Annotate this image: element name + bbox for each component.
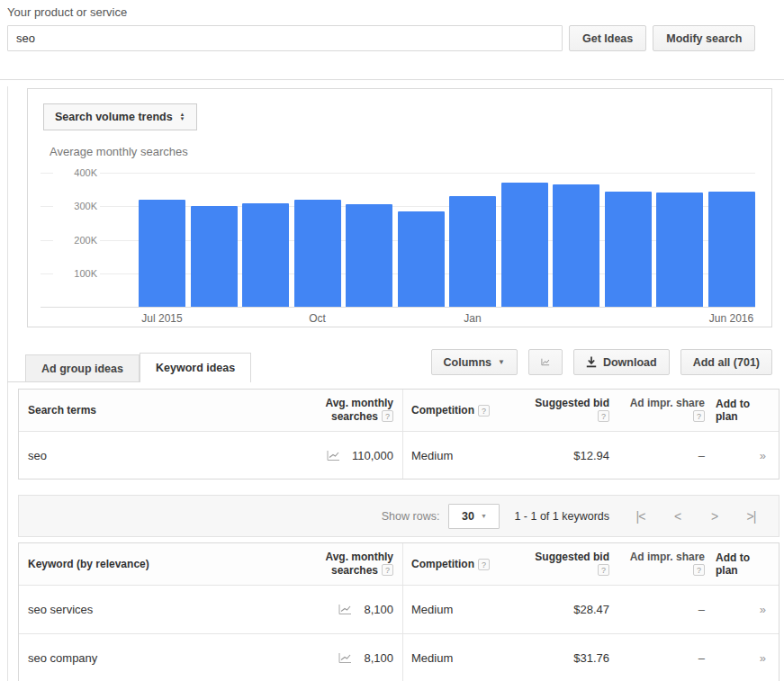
help-icon: ? [478,405,490,417]
chart-bar[interactable] [656,193,703,307]
col-header-add-to-plan: Add to plan [716,543,779,585]
chart-plot: 100K200K300K400K [41,166,761,308]
next-page-button[interactable]: > [696,509,733,524]
col-header-suggested-bid[interactable]: Suggested bid? [510,390,618,431]
avg-searches-cell: 8,100 [287,634,402,681]
ideas-tabs: Ad group ideas Keyword ideas [25,353,251,382]
show-rows-label: Show rows: [382,510,440,523]
suggested-bid-cell: $12.94 [510,432,618,479]
help-icon: ? [598,564,609,576]
trend-chart-icon[interactable] [338,604,352,615]
add-to-plan-cell: » [716,586,779,633]
keyword-ideas-header-row: Keyword (by relevance) Avg. monthly sear… [19,543,779,585]
help-icon: ? [478,559,490,570]
chart-view-button[interactable] [528,349,563,375]
tab-baseline [7,381,25,382]
x-axis-tick-label: Jul 2015 [141,312,182,325]
download-button[interactable]: Download [573,349,670,375]
col-header-suggested-bid[interactable]: Suggested bid? [510,543,618,585]
keyword-cell: seo company [19,634,287,681]
chart-bar[interactable] [139,200,185,307]
chart-x-axis: Jul 2015OctJanJun 2016 [41,312,761,327]
keyword-cell: seo services [19,586,287,633]
chart-bar[interactable] [398,211,445,307]
competition-cell: Medium [402,432,510,479]
product-service-label: Your product or service [7,5,127,19]
chart-bar[interactable] [449,196,496,307]
help-icon: ? [382,410,393,422]
col-header-keyword-by-relevance[interactable]: Keyword (by relevance) [19,543,287,585]
add-to-plan-icon[interactable]: » [760,449,767,462]
chart-bar[interactable] [294,200,341,307]
chart-bar[interactable] [553,184,599,307]
trend-chart-icon [541,355,550,369]
table-toolbar: Columns ▼ Download Add all (701) [431,349,772,375]
add-to-plan-icon[interactable]: » [760,603,767,616]
chart-bar[interactable] [191,206,238,307]
search-volume-panel: Search volume trends ▲▼ Average monthly … [27,88,772,327]
last-page-button[interactable]: >| [733,509,770,524]
tab-keyword-ideas[interactable]: Keyword ideas [140,353,251,382]
ad-impr-share-cell: – [618,586,716,633]
table-row: seo 110,000 Medium $12.94 – » [19,431,779,479]
trend-chart-icon[interactable] [338,652,352,664]
top-divider [0,79,784,80]
chart-subtitle: Average monthly searches [50,145,188,158]
chart-bar[interactable] [708,192,755,308]
columns-button[interactable]: Columns ▼ [431,349,518,375]
prev-page-button[interactable]: < [659,509,696,524]
col-header-avg-monthly-searches[interactable]: Avg. monthly searches? [287,390,402,431]
table-row: seo services 8,100 Medium $28.47 – » [19,585,779,633]
search-terms-header-row: Search terms Avg. monthly searches? Comp… [19,390,779,431]
col-header-search-terms[interactable]: Search terms [19,390,287,431]
search-volume-trends-label: Search volume trends [55,111,173,123]
y-axis-tick-label: 300K [53,200,100,212]
competition-cell: Medium [402,586,510,633]
chart-bar[interactable] [501,183,548,307]
add-to-plan-cell: » [716,432,779,479]
keyword-ideas-table: Keyword (by relevance) Avg. monthly sear… [18,542,779,681]
chart-gridline: 400K [41,173,755,174]
download-icon [586,356,597,368]
ad-impr-share-cell: – [618,634,716,681]
add-to-plan-icon[interactable]: » [760,651,767,665]
col-header-competition[interactable]: Competition? [402,390,510,431]
keyword-search-input[interactable] [7,25,563,51]
trend-chart-icon[interactable] [327,450,340,461]
sort-arrows-icon: ▲▼ [180,112,185,121]
col-header-competition[interactable]: Competition? [402,543,510,585]
rows-per-page-select[interactable]: 30 ▼ [448,504,500,529]
help-icon: ? [693,410,705,422]
help-icon: ? [382,564,393,576]
add-all-button[interactable]: Add all (701) [680,349,772,375]
first-page-button[interactable]: |< [622,509,659,524]
chart-bar[interactable] [346,204,392,307]
x-axis-tick-label: Jan [464,312,481,325]
modify-search-button[interactable]: Modify search [653,25,755,51]
col-header-avg-monthly-searches[interactable]: Avg. monthly searches? [287,543,402,585]
col-header-ad-impr-share[interactable]: Ad impr. share? [618,390,716,431]
col-header-add-to-plan: Add to plan [716,390,779,431]
col-header-ad-impr-share[interactable]: Ad impr. share? [618,543,716,585]
suggested-bid-cell: $31.76 [510,634,618,681]
search-volume-trends-dropdown[interactable]: Search volume trends ▲▼ [43,103,197,130]
x-axis-tick-label: Oct [309,312,326,325]
avg-searches-cell: 110,000 [287,432,402,479]
y-axis-tick-label: 400K [53,166,100,179]
chart-bar[interactable] [605,192,652,308]
pagination-bar: Show rows: 30 ▼ 1 - 1 of 1 keywords |< <… [18,495,779,537]
x-axis-tick-label: Jun 2016 [709,312,753,325]
suggested-bid-cell: $28.47 [510,586,618,633]
keyword-cell: seo [19,432,287,479]
tab-ad-group-ideas[interactable]: Ad group ideas [25,354,140,382]
help-icon: ? [598,410,609,422]
pagination-range-text: 1 - 1 of 1 keywords [514,510,609,523]
chart-bar[interactable] [242,203,289,307]
ad-impr-share-cell: – [618,432,716,479]
help-icon: ? [693,564,705,576]
table-row: seo company 8,100 Medium $31.76 – » [19,633,779,681]
search-terms-table: Search terms Avg. monthly searches? Comp… [18,389,779,479]
left-border-line [7,86,8,681]
get-ideas-button[interactable]: Get Ideas [569,25,646,51]
y-axis-tick-label: 200K [53,234,100,246]
